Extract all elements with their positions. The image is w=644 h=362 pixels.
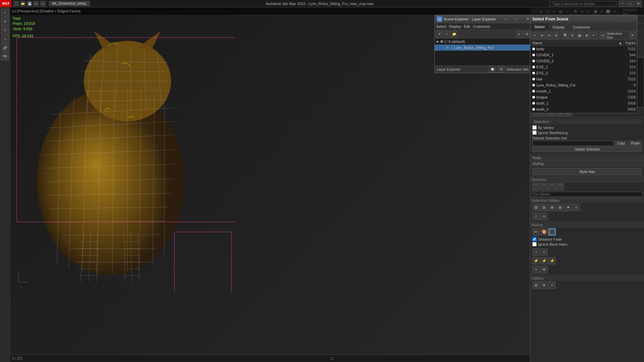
le-folder-btn[interactable]: 📁 bbox=[451, 31, 458, 38]
sel-icon-3[interactable]: ⌒ bbox=[548, 183, 556, 190]
layer-item-default[interactable]: ▶ 0 (default) bbox=[435, 39, 531, 45]
ss-icon-9[interactable]: ≡ bbox=[590, 32, 597, 39]
scene-tab-display[interactable]: Display bbox=[549, 23, 569, 31]
cat-wireframe-svg: + bbox=[10, 14, 238, 292]
su-icon-5[interactable]: ✦ bbox=[565, 204, 572, 211]
su-icon-1[interactable]: ⊞ bbox=[532, 204, 540, 211]
le-close-btn[interactable]: ✕ bbox=[436, 31, 443, 38]
ms-icon-3[interactable]: ⚡ bbox=[532, 257, 540, 264]
scene-tab-customize[interactable]: Customize bbox=[569, 23, 594, 31]
ms-icon-7[interactable]: ≋ bbox=[540, 266, 548, 273]
layer-item-lynx[interactable]: Lynx_Rufus_Sitting_Fur bbox=[435, 45, 531, 51]
link-tool[interactable]: 🔗 bbox=[1, 44, 9, 52]
ss-icon-2[interactable]: ⊕ bbox=[539, 32, 545, 39]
filename-tab[interactable]: AK_Screenshot_wrksp. bbox=[49, 1, 90, 6]
scene-tab-select[interactable]: Select bbox=[530, 23, 549, 31]
ss-col-headers: Name ▲ Faces bbox=[530, 40, 637, 46]
ms-icon-2[interactable]: ⌂ bbox=[540, 248, 548, 256]
ms-icon-6[interactable]: ≈ bbox=[532, 266, 540, 273]
su-icon-4[interactable]: ⊗ bbox=[556, 204, 564, 211]
ss-icon-5[interactable]: 🔍 bbox=[562, 32, 569, 39]
obj-cover2[interactable]: COVER_2 544 bbox=[530, 58, 637, 64]
le-menu-select[interactable]: Select bbox=[436, 24, 446, 28]
minimize-btn[interactable]: ─ bbox=[619, 1, 626, 7]
obj-lynx-fur[interactable]: Lynx_Rufus_Sitting_Fur 0 bbox=[530, 82, 637, 88]
undo-icon[interactable]: ↩ bbox=[34, 1, 39, 6]
ut-icon-3[interactable]: ✧ bbox=[548, 282, 556, 289]
style-hair-btn[interactable]: Style Hair bbox=[532, 168, 642, 175]
distance-fade-checkbox[interactable] bbox=[532, 237, 537, 241]
ss-close-btn[interactable]: ✕ bbox=[629, 32, 636, 39]
st-icon-3[interactable]: ⬛ bbox=[548, 228, 556, 236]
camera-tool[interactable]: 📷 bbox=[1, 52, 9, 60]
st-icon-1[interactable]: ✏ bbox=[532, 228, 540, 236]
obj-eye2[interactable]: EYE_2 576 bbox=[530, 70, 637, 76]
obj-cover1[interactable]: COVER_1 544 bbox=[530, 52, 637, 58]
le-view-btn[interactable]: 🔲 bbox=[489, 66, 496, 73]
close-btn[interactable]: ✕ bbox=[635, 1, 642, 7]
le-menu-edit[interactable]: Edit bbox=[464, 24, 470, 28]
verts-value: 9,934 bbox=[23, 27, 33, 31]
sel-icon-4[interactable]: ⌒ bbox=[556, 183, 564, 190]
le-menu-display[interactable]: Display bbox=[449, 24, 461, 28]
layer-explorer-maximize[interactable]: □ bbox=[516, 17, 518, 21]
le-options-btn[interactable]: ⚙ bbox=[498, 66, 504, 73]
obj-tongue[interactable]: tongue 1308 bbox=[530, 94, 637, 100]
paste-btn[interactable]: Paste bbox=[629, 141, 642, 146]
ignore-backfacing-checkbox[interactable] bbox=[532, 130, 537, 135]
st-icon-2[interactable]: 🎨 bbox=[540, 228, 548, 236]
ignore-back-hairs-label: Ignore Back Hairs bbox=[538, 242, 567, 246]
su-icon-8[interactable]: ≁ bbox=[540, 213, 548, 220]
le-tab-label[interactable]: Layer Explorer bbox=[437, 67, 461, 71]
ss-icon-10[interactable]: 🏷 bbox=[600, 32, 606, 39]
su-icon-6[interactable]: ✧ bbox=[573, 204, 580, 211]
ss-icon-1[interactable]: ↖ bbox=[532, 32, 538, 39]
layer-explorer-close[interactable]: ✕ bbox=[526, 17, 529, 21]
select-tool[interactable]: ↖ bbox=[1, 9, 9, 17]
sel-icon-1[interactable]: ⌒ bbox=[532, 183, 540, 190]
su-icon-7[interactable]: ≀ bbox=[532, 213, 540, 220]
ms-icon-4[interactable]: ⚡ bbox=[540, 257, 548, 264]
obj-eye1[interactable]: EYE_1 576 bbox=[530, 64, 637, 70]
le-filter-btn[interactable]: ⚙ bbox=[523, 31, 530, 38]
obj-body[interactable]: body 7520 bbox=[530, 46, 637, 52]
le-add-btn[interactable]: + bbox=[443, 31, 450, 38]
named-sel-input[interactable] bbox=[532, 141, 613, 146]
su-icon-2[interactable]: ⊟ bbox=[540, 204, 548, 211]
open-icon[interactable]: 📂 bbox=[20, 1, 25, 6]
maximize-btn[interactable]: □ bbox=[627, 1, 634, 7]
copy-btn[interactable]: Copy bbox=[615, 141, 627, 146]
topbar-icons: □ 📂 💾 ↩ ↪ bbox=[11, 1, 48, 6]
rotate-tool[interactable]: ↻ bbox=[1, 26, 9, 34]
new-icon[interactable]: □ bbox=[13, 1, 19, 6]
object-list[interactable]: body 7520 COVER_1 544 COVER_2 544 EYE_1 … bbox=[530, 46, 637, 113]
ms-icon-5[interactable]: ⚡ bbox=[548, 257, 556, 264]
sel-icon-2[interactable]: ⌒ bbox=[540, 183, 548, 190]
ss-icon-3[interactable]: ⊖ bbox=[546, 32, 552, 39]
su-icon-3[interactable]: ⊕ bbox=[548, 204, 556, 211]
search-input[interactable] bbox=[549, 1, 616, 6]
ss-icon-7[interactable]: ▦ bbox=[576, 32, 583, 39]
obj-mouth1[interactable]: mouth_1 1934 bbox=[530, 88, 637, 94]
layer-explorer-minimize[interactable]: ─ bbox=[504, 17, 507, 21]
update-selection-btn[interactable]: Update Selection bbox=[532, 146, 642, 152]
redo-icon[interactable]: ↪ bbox=[40, 1, 46, 6]
obj-tooth2[interactable]: tooth_2 3008 bbox=[530, 106, 637, 112]
ut-icon-2[interactable]: ✦ bbox=[540, 282, 548, 289]
box-marker-input[interactable] bbox=[532, 192, 643, 197]
ms-icon-1[interactable]: ⌁ bbox=[532, 248, 540, 256]
by-vertex-checkbox[interactable] bbox=[532, 125, 537, 130]
ss-icon-4[interactable]: ⊗ bbox=[553, 32, 559, 39]
le-menu-customize[interactable]: Customize bbox=[473, 24, 490, 28]
styling-checkboxes: Distance Fade Ignore Back Hairs bbox=[530, 236, 644, 248]
ut-icon-1[interactable]: ⊟ bbox=[532, 282, 540, 289]
save-icon[interactable]: 💾 bbox=[27, 1, 32, 6]
move-tool[interactable]: ✛ bbox=[1, 17, 9, 25]
ss-icon-8[interactable]: ⊞ bbox=[583, 32, 590, 39]
obj-hair[interactable]: hair 7520 bbox=[530, 76, 637, 82]
ss-icon-6[interactable]: ⚙ bbox=[569, 32, 576, 39]
scale-tool[interactable]: ⤡ bbox=[1, 35, 9, 43]
le-list-btn[interactable]: ≡ bbox=[516, 31, 523, 38]
obj-tooth1[interactable]: tooth_1 3008 bbox=[530, 100, 637, 106]
ignore-back-hairs-checkbox[interactable] bbox=[532, 242, 537, 246]
